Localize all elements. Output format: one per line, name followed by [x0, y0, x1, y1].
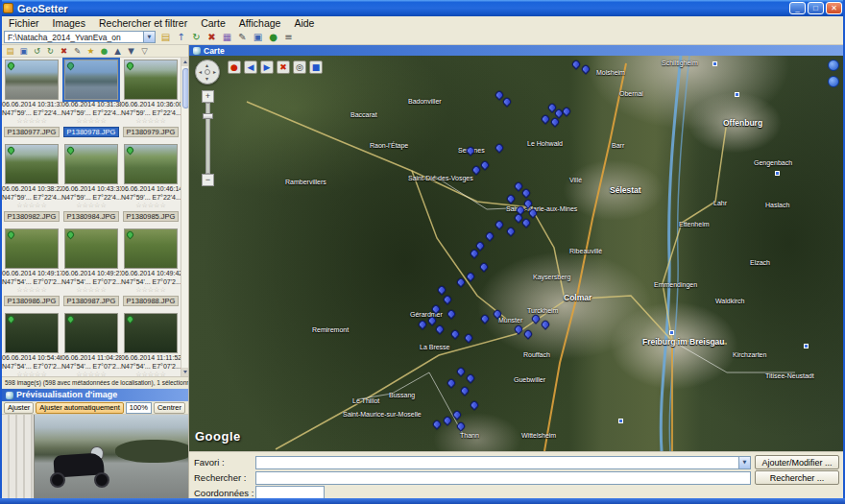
filter-icon[interactable]: ▽ [139, 46, 150, 57]
thumbnail-filename[interactable]: P1380987.JPG [63, 296, 119, 306]
remove-marker-icon[interactable]: ✖ [277, 60, 290, 74]
parent-folder-icon[interactable]: ↑ [175, 31, 187, 43]
thumbnail-image[interactable] [124, 228, 178, 269]
thumbnail-rating[interactable]: ☆☆☆☆☆ [121, 117, 181, 126]
delete-icon[interactable]: ✖ [59, 46, 69, 57]
save-icon[interactable]: ▣ [252, 31, 264, 43]
dropdown-icon[interactable]: ▼ [143, 32, 155, 42]
preview-caption[interactable]: Prévisualisation d'image [2, 389, 188, 401]
thumbnail-cell[interactable]: 06.06.2014 11:04:28N47°54'... E7°07'2...… [61, 311, 121, 376]
thumbnail-filename[interactable]: P1380988.JPG [123, 296, 179, 306]
menu-item[interactable]: Aide [287, 16, 321, 30]
zoom-slider-handle[interactable] [203, 113, 213, 119]
thumbnail-image[interactable] [124, 144, 178, 184]
thumbnail-image[interactable] [5, 228, 59, 269]
refresh-icon[interactable]: ↻ [190, 31, 203, 43]
coordinates-input[interactable] [255, 486, 325, 499]
thumbnail-image[interactable] [64, 313, 118, 353]
rotate-right-icon[interactable]: ↻ [45, 46, 56, 57]
map-layers-icon[interactable] [828, 60, 839, 71]
close-button[interactable]: ✕ [826, 2, 842, 14]
edit-metadata-icon[interactable]: ✎ [236, 31, 249, 43]
zoom-in-button[interactable]: + [202, 90, 214, 103]
thumbnail-image[interactable] [5, 313, 59, 353]
thumbnail-image[interactable] [5, 60, 59, 100]
thumbnail-rating[interactable]: ☆☆☆☆☆ [2, 286, 61, 295]
map-caption[interactable]: Carte [189, 45, 845, 56]
settings-icon[interactable]: ≡ [282, 31, 295, 43]
image-browser[interactable]: 06.06.2014 10:31:31N47°59'... E7°22'4...… [2, 58, 181, 376]
thumbnail-cell[interactable]: 06.06.2014 10:49:17N47°54'... E7°07'2...… [2, 227, 61, 311]
thumbnail-rating[interactable]: ☆☆☆☆☆ [2, 117, 61, 126]
thumbnail-cell[interactable]: 06.06.2014 10:31:38N47°59'... E7°22'4...… [61, 58, 121, 142]
pan-left-icon[interactable]: ◂ [199, 69, 202, 75]
folder-icon[interactable]: ▤ [5, 46, 15, 57]
search-button[interactable]: Rechercher ... [755, 470, 839, 485]
thumbnail-cell[interactable]: 06.06.2014 10:38:22N47°59'... E7°22'4...… [2, 142, 61, 227]
zoom-level-input[interactable]: 100% [126, 402, 152, 414]
pan-right-icon[interactable]: ▸ [213, 69, 216, 75]
pan-up-icon[interactable]: ▴ [205, 62, 208, 68]
thumbnail-cell[interactable]: 06.06.2014 11:11:52N47°54'... E7°07'2...… [121, 311, 181, 376]
thumbnail-image[interactable] [124, 60, 178, 100]
center-button[interactable]: Centrer [154, 402, 185, 414]
pan-down-icon[interactable]: ▾ [205, 76, 208, 82]
map-pan-control[interactable]: ▴ ▾ ◂ ▸ [195, 60, 220, 84]
save-icon[interactable]: ▣ [18, 46, 29, 57]
thumbnail-rating[interactable]: ☆☆☆☆☆ [121, 202, 181, 210]
auto-fit-button[interactable]: Ajuster automatiquement [36, 402, 123, 414]
next-position-icon[interactable]: ▶ [260, 60, 274, 74]
thumbnail-rating[interactable]: ☆☆☆☆☆ [61, 202, 121, 210]
menu-item[interactable]: Affichage [232, 16, 288, 30]
add-modify-favorite-button[interactable]: Ajouter/Modifier ... [755, 455, 839, 469]
thumbnail-filename[interactable]: P1380977.JPG [4, 127, 60, 137]
thumbnail-cell[interactable]: 06.06.2014 10:54:46N47°54'... E7°07'2...… [2, 311, 61, 376]
folder-path-combo[interactable]: F:\Natacha_2014_YvanEva_on ▼ [4, 31, 156, 43]
menu-item[interactable]: Images [46, 16, 92, 30]
thumbnail-cell[interactable]: 06.06.2014 10:49:42N47°54'... E7°07'2...… [121, 227, 181, 311]
thumbnail-filename[interactable]: P1380984.JPG [63, 211, 119, 222]
thumbnail-filename[interactable]: P1380979.JPG [123, 127, 179, 137]
thumbnail-cell[interactable]: 06.06.2014 10:46:14N47°59'... E7°22'4...… [121, 142, 181, 227]
thumbnail-filename[interactable]: P1380985.JPG [123, 211, 179, 222]
window-bottom-border[interactable] [0, 498, 845, 504]
maximize-button[interactable]: □ [808, 2, 824, 14]
stop-icon[interactable]: ✖ [205, 31, 218, 43]
zoom-out-button[interactable]: − [202, 174, 214, 186]
menu-item[interactable]: Fichier [2, 16, 46, 30]
thumbnail-cell[interactable]: 06.06.2014 10:31:31N47°59'... E7°22'4...… [2, 58, 61, 142]
open-folder-icon[interactable]: ▤ [159, 31, 172, 43]
map-position-icon[interactable] [828, 76, 839, 87]
center-position-icon[interactable]: ◎ [293, 60, 306, 74]
zoom-slider[interactable] [205, 103, 210, 174]
thumbnail-image[interactable] [124, 313, 178, 353]
thumbnail-image[interactable] [64, 144, 118, 184]
map-canvas[interactable]: BadonvillerBaccaratRaon-l'ÉtapeRambervil… [189, 56, 845, 451]
previous-position-icon[interactable]: ◀ [244, 60, 257, 74]
favorite-input[interactable]: ▼ [255, 456, 751, 469]
search-input[interactable] [255, 471, 751, 485]
thumbnail-cell[interactable]: 06.06.2014 10:43:31N47°59'... E7°22'4...… [61, 142, 121, 227]
thumbnail-filename[interactable]: P1380986.JPG [4, 296, 60, 306]
thumbnail-filename[interactable]: P1380978.JPG [63, 127, 119, 137]
thumbnail-rating[interactable]: ☆☆☆☆☆ [2, 202, 61, 210]
geotag-icon[interactable]: ● [99, 46, 109, 57]
rotate-left-icon[interactable]: ↺ [32, 46, 42, 57]
thumbnail-cell[interactable]: 06.06.2014 10:36:00N47°59'... E7°22'4...… [121, 58, 181, 142]
images-view-icon[interactable]: ▦ [221, 31, 233, 43]
rating-icon[interactable]: ★ [85, 46, 96, 57]
menu-item[interactable]: Rechercher et filtrer [92, 16, 194, 30]
thumbnail-filename[interactable]: P1380982.JPG [4, 211, 60, 222]
menu-item[interactable]: Carte [194, 16, 232, 30]
minimize-button[interactable]: _ [789, 2, 806, 14]
edit-icon[interactable]: ✎ [72, 46, 83, 57]
thumbnail-rating[interactable]: ☆☆☆☆☆ [61, 286, 121, 295]
preview-image[interactable] [2, 415, 188, 498]
thumbnail-image[interactable] [64, 228, 118, 269]
thumbnail-rating[interactable]: ☆☆☆☆☆ [61, 117, 121, 126]
set-position-icon[interactable]: ● [228, 60, 241, 74]
fit-button[interactable]: Ajuster [4, 402, 34, 414]
thumbnail-rating[interactable]: ☆☆☆☆☆ [121, 286, 181, 295]
edit-track-icon[interactable]: ■ [309, 60, 323, 74]
favorite-dropdown-icon[interactable]: ▼ [738, 457, 750, 468]
